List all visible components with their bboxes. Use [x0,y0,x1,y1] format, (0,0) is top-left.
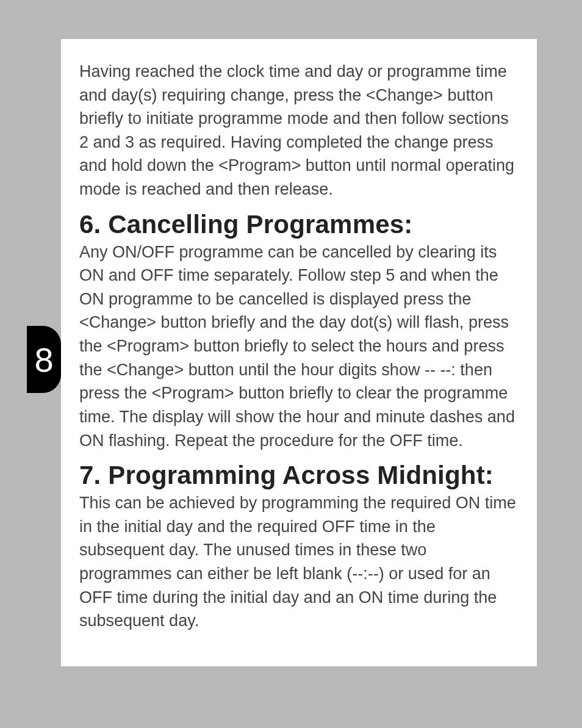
document-page: Having reached the clock time and day or… [61,39,537,666]
section-6-heading: 6. Cancelling Programmes: [79,210,519,239]
page-number: 8 [34,340,53,380]
section-6-body: Any ON/OFF programme can be cancelled by… [79,240,519,452]
section-7-heading: 7. Programming Across Midnight: [79,461,519,490]
page-number-tab: 8 [27,326,61,393]
section-7-body: This can be achieved by programming the … [79,491,519,633]
intro-paragraph: Having reached the clock time and day or… [79,60,519,201]
